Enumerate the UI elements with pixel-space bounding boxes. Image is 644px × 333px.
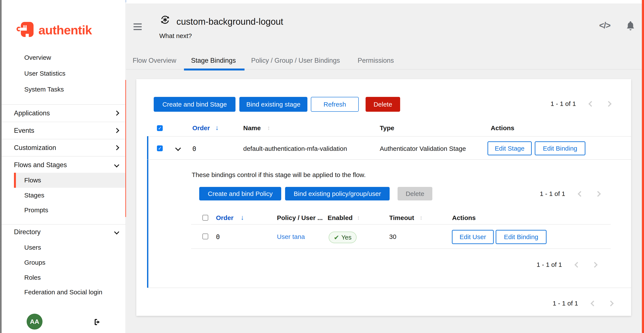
sort-descending-icon[interactable]: ↓ (241, 214, 244, 221)
sidebar-section-directory[interactable]: Directory (2, 224, 126, 239)
sidebar-item-label: Overview (24, 50, 51, 65)
pagination-label: 1 - 1 of 1 (540, 190, 565, 197)
inner-column-header-timeout[interactable]: Timeout (389, 214, 414, 221)
pagination-prev-icon[interactable] (588, 101, 594, 107)
row-expand-chevron-icon[interactable] (175, 145, 181, 151)
tab-stage-bindings[interactable]: Stage Bindings (191, 56, 236, 66)
sidebar-item-prompts[interactable]: Prompts (2, 203, 126, 218)
sidebar-section-label: Events (14, 122, 34, 139)
user-avatar[interactable]: AA (26, 314, 42, 329)
column-header-name[interactable]: Name (243, 124, 261, 132)
inner-column-header-order[interactable]: Order (216, 214, 234, 221)
column-header-type: Type (380, 124, 394, 132)
inner-row-checkbox[interactable] (202, 233, 208, 239)
sidebar-section-customization[interactable]: Customization (2, 139, 126, 156)
inner-column-header-actions: Actions (452, 214, 476, 221)
create-and-bind-policy-button[interactable]: Create and bind Policy (199, 187, 281, 200)
main-area: custom-background-logout What next? </> … (126, 0, 642, 333)
pagination-prev-icon[interactable] (578, 191, 584, 197)
hamburger-menu-icon[interactable] (134, 24, 142, 30)
edit-binding-button[interactable]: Edit Binding (535, 141, 586, 155)
pagination-next-icon[interactable] (595, 191, 601, 197)
bind-existing-policy-button[interactable]: Bind existing policy/group/user (285, 187, 390, 200)
delete-button[interactable]: Delete (366, 97, 400, 112)
sidebar-section-events[interactable]: Events (2, 122, 126, 139)
sort-toggle-icon[interactable]: ↕ (420, 214, 423, 221)
logout-icon[interactable] (93, 318, 101, 326)
edit-user-button[interactable]: Edit User (452, 230, 494, 244)
bind-existing-stage-button[interactable]: Bind existing stage (239, 97, 308, 112)
window-edge-strip (0, 0, 2, 333)
sidebar-item-user-statistics[interactable]: User Statistics (2, 66, 126, 81)
row-checkbox[interactable]: ✓ (157, 145, 163, 151)
delete-binding-button-disabled[interactable]: Delete (398, 187, 432, 200)
pagination-prev-icon[interactable] (574, 262, 580, 268)
create-and-bind-stage-button[interactable]: Create and bind Stage (154, 97, 236, 112)
tab-policy-group-user-bindings[interactable]: Policy / Group / User Bindings (251, 56, 340, 66)
enabled-badge-label: Yes (341, 234, 352, 241)
sidebar-item-label: Prompts (24, 203, 48, 218)
sidebar-item-groups[interactable]: Groups (2, 255, 126, 270)
pagination-inner-top: 1 - 1 of 1 (540, 191, 600, 197)
expanded-row-indicator (147, 136, 148, 288)
sidebar-item-federation-social-login[interactable]: Federation and Social login (2, 285, 126, 300)
expanded-section-bottom-border (147, 288, 631, 288)
chevron-right-icon (114, 128, 119, 133)
sidebar-item-stages[interactable]: Stages (2, 188, 126, 203)
sidebar-section-applications[interactable]: Applications (2, 105, 126, 122)
avatar-initials: AA (30, 318, 39, 325)
main-top-strip (126, 0, 642, 4)
inner-column-header-enabled[interactable]: Enabled (328, 214, 353, 221)
notifications-bell-icon[interactable] (626, 21, 636, 32)
sidebar-section-label: Applications (14, 105, 50, 122)
sidebar-item-label: User Statistics (24, 66, 66, 81)
sidebar-item-system-tasks[interactable]: System Tasks (2, 82, 126, 97)
pagination-next-icon[interactable] (608, 300, 614, 306)
column-header-order[interactable]: Order (192, 124, 210, 132)
tab-permissions[interactable]: Permissions (358, 56, 394, 66)
sidebar-section-flows-and-stages[interactable]: Flows and Stages (2, 156, 126, 174)
sidebar-item-overview[interactable]: Overview (2, 50, 126, 65)
pagination-next-icon[interactable] (592, 262, 598, 268)
sort-descending-icon[interactable]: ↓ (215, 124, 219, 132)
inner-select-all-checkbox[interactable] (202, 215, 208, 221)
pagination-next-icon[interactable] (606, 101, 612, 107)
stage-bindings-card: Create and bind Stage Bind existing stag… (136, 79, 631, 316)
pagination-inner-bottom: 1 - 1 of 1 (537, 261, 597, 268)
chevron-right-icon (114, 145, 119, 150)
authentik-wordmark: authentik (38, 23, 92, 37)
sort-toggle-icon[interactable]: ↕ (267, 125, 270, 131)
pagination-label: 1 - 1 of 1 (553, 300, 578, 307)
tab-flow-overview[interactable]: Flow Overview (133, 56, 176, 66)
sidebar-item-flows[interactable]: Flows (2, 173, 126, 188)
sidebar-item-label: Stages (24, 188, 44, 203)
table-border (147, 136, 631, 136)
sidebar-item-label: Federation and Social login (24, 285, 102, 300)
select-all-checkbox[interactable]: ✓ (157, 125, 163, 131)
sidebar-item-roles[interactable]: Roles (2, 270, 126, 285)
authentik-logo: authentik (16, 21, 92, 39)
check-icon: ✓ (158, 146, 162, 151)
sidebar-section-label: Customization (14, 139, 56, 156)
chevron-down-icon (114, 162, 119, 167)
inner-cell-order: 0 (216, 233, 220, 241)
column-header-actions: Actions (491, 124, 514, 132)
edit-stage-button[interactable]: Edit Stage (488, 141, 532, 155)
chevron-down-icon (114, 229, 119, 234)
api-browser-icon[interactable]: </> (599, 21, 610, 30)
sidebar: authentik Overview User Statistics Syste… (2, 0, 126, 333)
page-title: custom-background-logout (176, 17, 283, 27)
bindings-description: These bindings control if this stage wil… (192, 171, 366, 179)
pagination-label: 1 - 1 of 1 (537, 261, 562, 268)
sidebar-item-label: Flows (24, 173, 41, 188)
inner-cell-policy-user-link[interactable]: User tana (277, 233, 305, 240)
cell-name: default-authentication-mfa-validation (243, 145, 347, 152)
sidebar-item-users[interactable]: Users (2, 240, 126, 255)
sidebar-section-label: Directory (14, 224, 40, 239)
table-border (191, 224, 611, 224)
refresh-button[interactable]: Refresh (311, 97, 359, 112)
authentik-admin-window: authentik Overview User Statistics Syste… (0, 0, 644, 333)
sort-toggle-icon[interactable]: ↕ (357, 214, 360, 221)
pagination-prev-icon[interactable] (590, 300, 596, 306)
inner-edit-binding-button[interactable]: Edit Binding (496, 230, 546, 244)
